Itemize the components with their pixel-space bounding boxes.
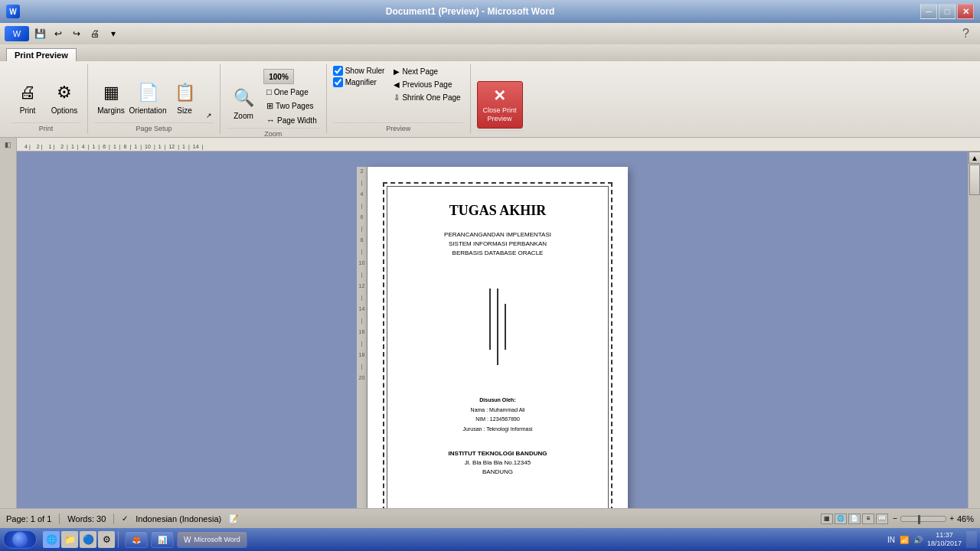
folder-quick-launch[interactable]: 📁 bbox=[61, 531, 78, 548]
page-with-vscroll: 2 | 4 | 6 | 8 | 10 | 12 | 14 | 1 bbox=[17, 152, 980, 551]
vertical-scrollbar: ▲ • ▼ bbox=[968, 152, 980, 551]
help-button[interactable]: ? bbox=[962, 27, 969, 41]
outline-view-button[interactable]: ≡ bbox=[862, 514, 874, 524]
ribbon-group-close: ✕ Close Print Preview bbox=[471, 64, 529, 134]
zoom-icon: 🔍 bbox=[231, 86, 256, 110]
chrome-quick-launch[interactable]: 🔵 bbox=[80, 531, 96, 548]
print-layout-button[interactable]: 📄 bbox=[848, 514, 861, 524]
preview-controls: Show Ruler Magnifier ▶ Next Page ◀ Previ… bbox=[333, 66, 464, 103]
office-button[interactable]: W bbox=[5, 26, 29, 41]
quick-print-button[interactable]: 🖨 bbox=[87, 26, 103, 41]
language-icon: 📝 bbox=[229, 514, 238, 523]
size-icon: 📋 bbox=[172, 80, 197, 105]
taskbar-word[interactable]: W Microsoft Word bbox=[177, 531, 247, 548]
status-bar: Page: 1 of 1 Words: 30 ✓ Indonesian (Ind… bbox=[0, 508, 980, 528]
quick-undo-button[interactable]: ↩ bbox=[51, 26, 66, 41]
show-ruler-check[interactable]: Show Ruler bbox=[333, 66, 385, 76]
quick-save-button[interactable]: 💾 bbox=[32, 26, 47, 41]
document-subtitle: PERANCANGANDAN IMPLEMENTASI SISTEM INFOR… bbox=[444, 230, 551, 258]
ribbon-group-print: 🖨 Print ⚙ Options Print bbox=[5, 64, 88, 134]
tab-print-preview[interactable]: Print Preview bbox=[6, 48, 77, 61]
preview-group-label: Preview bbox=[333, 122, 464, 132]
word-taskbar-icon: W bbox=[184, 536, 191, 544]
document-institute: INSTITUT TEKNOLOGI BANDUNG Jl. Bla Bla B… bbox=[449, 449, 547, 477]
firefox-taskbar-icon: 🦊 bbox=[132, 536, 141, 544]
workspace: ◧ 4 | 2 | 1 | 2 | 1 | 4 | 1 bbox=[0, 138, 980, 551]
normal-view-button[interactable]: ▦ bbox=[821, 514, 833, 524]
shrink-icon: ⇩ bbox=[394, 93, 400, 102]
prev-page-icon: ◀ bbox=[394, 80, 400, 89]
options-button[interactable]: ⚙ Options bbox=[47, 73, 81, 121]
margins-icon: ▦ bbox=[99, 80, 123, 105]
spell-check-icon: ✓ bbox=[122, 514, 128, 523]
horizontal-ruler: 4 | 2 | 1 | 2 | 1 | 4 | 1 | 6 | 1 bbox=[17, 138, 980, 152]
excel-taskbar-icon: 📊 bbox=[158, 536, 167, 544]
zoom-button[interactable]: 🔍 Zoom bbox=[227, 79, 260, 126]
quick-access-toolbar: W 💾 ↩ ↪ 🖨 ▾ ? bbox=[0, 23, 980, 44]
start-orb bbox=[12, 532, 28, 547]
document-logo-area bbox=[489, 289, 506, 365]
reading-view-button[interactable]: 📖 bbox=[876, 514, 888, 524]
page-setup-dialog-launcher[interactable]: ↗ bbox=[204, 110, 214, 121]
app-icon: W bbox=[6, 5, 20, 18]
settings-quick-launch[interactable]: ⚙ bbox=[98, 531, 115, 548]
quick-options-button[interactable]: ▾ bbox=[106, 26, 121, 41]
shrink-one-page-button[interactable]: ⇩ Shrink One Page bbox=[390, 92, 463, 103]
system-clock: 11:37 18/10/2017 bbox=[927, 531, 962, 548]
clock-time: 11:37 bbox=[936, 531, 953, 540]
close-print-preview-button[interactable]: ✕ Close Print Preview bbox=[477, 81, 523, 129]
taskbar: 🌐 📁 🔵 ⚙ 🦊 📊 W Microsoft Word IN 📶 🔊 11:3… bbox=[0, 528, 980, 551]
zoom-slider-track[interactable] bbox=[900, 516, 946, 522]
size-button[interactable]: 📋 Size bbox=[168, 73, 201, 121]
document-page: TUGAS AKHIR PERANCANGANDAN IMPLEMENTASI … bbox=[368, 167, 628, 536]
status-right: ▦ 🌐 📄 ≡ 📖 − + 46% bbox=[821, 514, 974, 524]
scroll-up-button[interactable]: ▲ bbox=[969, 152, 980, 164]
zoom-100-button[interactable]: 100% bbox=[263, 69, 294, 84]
ruler-toggle-icon[interactable]: ◧ bbox=[5, 141, 11, 148]
taskbar-firefox[interactable]: 🦊 bbox=[125, 531, 148, 548]
previous-page-button[interactable]: ◀ Previous Page bbox=[390, 79, 463, 90]
magnifier-check[interactable]: Magnifier bbox=[333, 77, 385, 87]
maximize-button[interactable]: □ bbox=[939, 4, 956, 19]
orientation-icon: 📄 bbox=[136, 80, 160, 105]
show-ruler-checkbox[interactable] bbox=[333, 66, 343, 76]
scroll-thumb[interactable] bbox=[969, 165, 980, 195]
quick-launch: 🌐 📁 🔵 ⚙ bbox=[40, 531, 119, 548]
tray-volume-icon: 🔊 bbox=[913, 536, 923, 544]
document-border: TUGAS AKHIR PERANCANGANDAN IMPLEMENTASI … bbox=[383, 182, 612, 519]
web-view-button[interactable]: 🌐 bbox=[835, 514, 847, 524]
content-with-ruler: 4 | 2 | 1 | 2 | 1 | 4 | 1 | 6 | 1 bbox=[17, 138, 980, 551]
title-bar: W Document1 (Preview) - Microsoft Word ─… bbox=[0, 0, 980, 23]
start-button[interactable] bbox=[3, 530, 37, 549]
ribbon-group-zoom: 🔍 Zoom 100% □ One Page ⊞ Two Pages bbox=[220, 64, 327, 134]
orientation-button[interactable]: 📄 Orientation bbox=[131, 73, 165, 121]
page-setup-buttons: ▦ Margins 📄 Orientation 📋 Size ↗ bbox=[94, 66, 214, 121]
ie-quick-launch[interactable]: 🌐 bbox=[43, 531, 60, 548]
print-group-label: Print bbox=[11, 122, 81, 132]
options-icon: ⚙ bbox=[52, 80, 77, 105]
scroll-track[interactable] bbox=[969, 164, 980, 530]
one-page-icon: □ bbox=[266, 87, 272, 96]
taskbar-excel[interactable]: 📊 bbox=[151, 531, 174, 548]
language-info: Indonesian (Indonesia) bbox=[136, 514, 221, 523]
print-button[interactable]: 🖨 Print bbox=[11, 73, 44, 121]
margins-button[interactable]: ▦ Margins bbox=[94, 73, 128, 121]
page-width-button[interactable]: ↔ Page Width bbox=[263, 114, 320, 126]
preview-checkboxes: Show Ruler Magnifier bbox=[333, 66, 385, 103]
zoom-slider-thumb[interactable] bbox=[918, 515, 920, 524]
close-button[interactable]: ✕ bbox=[957, 4, 974, 19]
document-title: TUGAS AKHIR bbox=[449, 203, 547, 219]
app-window: W Document1 (Preview) - Microsoft Word ─… bbox=[0, 0, 980, 551]
word-count: Words: 30 bbox=[67, 514, 106, 523]
one-page-button[interactable]: □ One Page bbox=[263, 86, 320, 98]
window-title: Document1 (Preview) - Microsoft Word bbox=[20, 6, 920, 17]
zoom-level: 46% bbox=[957, 514, 974, 523]
minimize-button[interactable]: ─ bbox=[920, 4, 937, 19]
show-desktop-button[interactable] bbox=[966, 531, 977, 548]
next-page-button[interactable]: ▶ Next Page bbox=[390, 66, 463, 77]
two-pages-button[interactable]: ⊞ Two Pages bbox=[263, 99, 320, 112]
magnifier-checkbox[interactable] bbox=[333, 77, 343, 87]
quick-redo-button[interactable]: ↪ bbox=[69, 26, 84, 41]
word-taskbar-label: Microsoft Word bbox=[194, 536, 240, 543]
page-info: Page: 1 of 1 bbox=[6, 514, 51, 523]
